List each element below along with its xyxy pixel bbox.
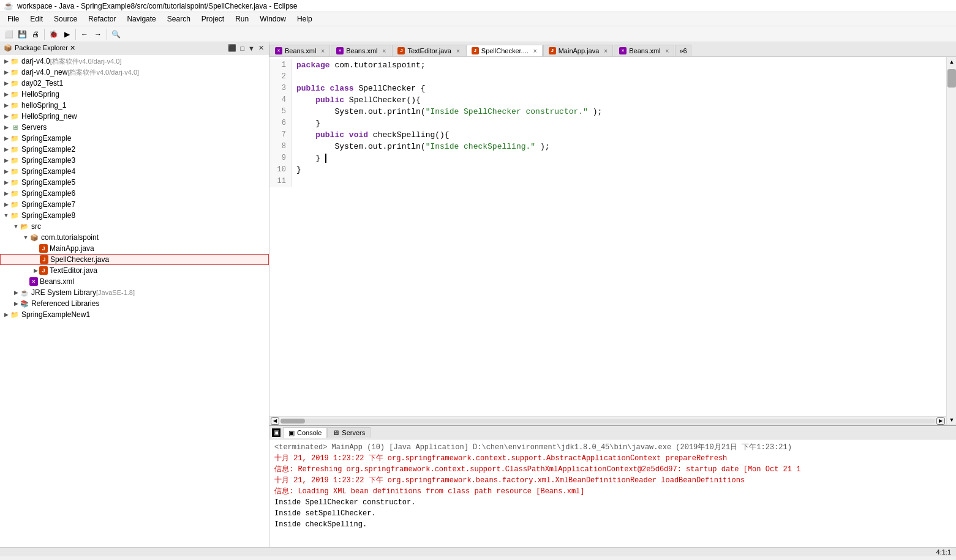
tree-arrow-src[interactable]: ▼: [12, 223, 20, 230]
vscroll-up-btn[interactable]: ▲: [947, 57, 956, 67]
tree-item-darj-v4[interactable]: ▶📁darj-v4.0 [档案软件v4.0/darj-v4.0]: [0, 56, 269, 67]
editor-tab-mainapp[interactable]: JMainApp.java×: [543, 45, 614, 56]
editor-tab-overflow[interactable]: »6: [675, 45, 691, 56]
editor-vscroll[interactable]: ▲ ▼: [946, 57, 956, 425]
tree-item-hellospring1[interactable]: ▶📁helloSpring_1: [0, 100, 269, 111]
line-content-8[interactable]: System.out.println("Inside checkSpelling…: [292, 141, 946, 152]
editor-tab-texteditor[interactable]: JTextEditor.java×: [392, 45, 465, 56]
tab-close-texteditor[interactable]: ×: [456, 48, 460, 54]
line-content-5[interactable]: System.out.println("Inside SpellChecker …: [292, 106, 946, 118]
tree-arrow-servers[interactable]: ▶: [2, 124, 10, 130]
menu-item-refactor[interactable]: Refactor: [83, 13, 121, 24]
tab-close-beans1[interactable]: ×: [321, 48, 325, 54]
tree-arrow-springexample8[interactable]: ▼: [2, 212, 10, 218]
line-content-3[interactable]: public class SpellChecker {: [292, 83, 946, 94]
vscroll-down-btn[interactable]: ▼: [947, 415, 956, 425]
close-view-btn[interactable]: ✕: [257, 44, 265, 52]
editor-hscroll[interactable]: ◀ ▶: [269, 416, 946, 425]
console-content[interactable]: <terminated> MainApp (10) [Java Applicat…: [269, 439, 956, 547]
toolbar-btn-print[interactable]: 🖨: [29, 28, 42, 40]
editor-tab-beans1[interactable]: ×Beans.xml×: [269, 45, 330, 56]
toolbar-btn-new[interactable]: ⬜: [2, 28, 15, 40]
editor-tab-spellchecker[interactable]: JSpellChecker....×: [466, 45, 543, 56]
tree-item-hellospring[interactable]: ▶📁HelloSpring: [0, 89, 269, 100]
code-editor[interactable]: 1package com.tutorialspoint;23public cla…: [269, 57, 946, 416]
hscroll-track[interactable]: [280, 419, 935, 424]
tree-item-springexamplenew1[interactable]: ▶📁SpringExampleNew1: [0, 309, 269, 320]
toolbar-btn-run[interactable]: ▶: [61, 28, 73, 40]
tree-item-reflibs[interactable]: ▶📚Referenced Libraries: [0, 298, 269, 309]
maximize-view-btn[interactable]: □: [239, 44, 246, 52]
menu-item-search[interactable]: Search: [162, 13, 195, 24]
minimize-view-btn[interactable]: ⬛: [227, 44, 238, 52]
tab-close-mainapp[interactable]: ×: [604, 48, 608, 54]
tree-arrow-jre[interactable]: ▶: [12, 289, 20, 296]
tree-item-springexample4[interactable]: ▶📁SpringExample4: [0, 166, 269, 177]
tree-arrow-hellospring[interactable]: ▶: [2, 91, 10, 97]
tree-arrow-texteditor[interactable]: ▶: [32, 267, 39, 274]
tree-item-day02[interactable]: ▶📁day02_Test1: [0, 78, 269, 89]
tree-arrow-springexample2[interactable]: ▶: [2, 146, 10, 152]
tree-item-springexample8[interactable]: ▼📁SpringExample8: [0, 210, 269, 221]
tree-item-springexample5[interactable]: ▶📁SpringExample5: [0, 177, 269, 188]
tree-arrow-springexample4[interactable]: ▶: [2, 168, 10, 174]
tree-arrow-darj-v4-new[interactable]: ▶: [2, 69, 10, 75]
tree-container[interactable]: ▶📁darj-v4.0 [档案软件v4.0/darj-v4.0]▶📁darj-v…: [0, 54, 269, 547]
menu-item-project[interactable]: Project: [197, 13, 229, 24]
tree-arrow-springexamplenew1[interactable]: ▶: [2, 312, 10, 318]
tree-arrow-comtutorialspoint[interactable]: ▼: [22, 234, 29, 241]
toolbar-btn-search[interactable]: 🔍: [110, 28, 122, 40]
menu-item-file[interactable]: File: [2, 13, 24, 24]
tree-item-texteditor[interactable]: ▶JTextEditor.java: [0, 265, 269, 276]
hscroll-thumb[interactable]: [280, 419, 305, 424]
tree-item-springexample3[interactable]: ▶📁SpringExample3: [0, 155, 269, 166]
menu-item-source[interactable]: Source: [49, 13, 82, 24]
tree-arrow-springexample6[interactable]: ▶: [2, 190, 10, 196]
menu-item-run[interactable]: Run: [230, 13, 254, 24]
tree-item-springexample7[interactable]: ▶📁SpringExample7: [0, 199, 269, 210]
tab-close-beans3[interactable]: ×: [666, 48, 669, 54]
console-tab-console[interactable]: ▣ Console: [283, 427, 327, 438]
hscroll-left-btn[interactable]: ◀: [271, 417, 279, 425]
tree-arrow-reflibs[interactable]: ▶: [12, 301, 20, 307]
tab-close-beans2[interactable]: ×: [383, 48, 386, 54]
tree-arrow-springexample7[interactable]: ▶: [2, 201, 10, 207]
vscroll-track[interactable]: [947, 67, 956, 415]
menu-item-window[interactable]: Window: [255, 13, 291, 24]
tree-item-servers[interactable]: ▶🖥Servers: [0, 122, 269, 133]
hscroll-right-btn[interactable]: ▶: [936, 417, 945, 425]
tree-item-springexample2[interactable]: ▶📁SpringExample2: [0, 144, 269, 155]
line-content-10[interactable]: }: [292, 164, 946, 176]
tree-item-hellospring-new[interactable]: ▶📁HelloSpring_new: [0, 111, 269, 122]
menu-item-edit[interactable]: Edit: [25, 13, 48, 24]
tree-item-springexample6[interactable]: ▶📁SpringExample6: [0, 188, 269, 199]
console-tab-servers[interactable]: 🖥 Servers: [327, 427, 371, 438]
tree-arrow-hellospring-new[interactable]: ▶: [2, 113, 10, 119]
tree-item-src[interactable]: ▼📂src: [0, 221, 269, 232]
toolbar-btn-debug[interactable]: 🐞: [47, 28, 59, 40]
editor-tab-beans3[interactable]: ×Beans.xml×: [614, 45, 674, 56]
toolbar-btn-back[interactable]: ←: [78, 28, 91, 40]
line-content-7[interactable]: public void checkSpelling(){: [292, 129, 946, 141]
line-content-1[interactable]: package com.tutorialspoint;: [292, 59, 946, 71]
tab-close-spellchecker[interactable]: ×: [533, 48, 537, 54]
tree-arrow-springexample3[interactable]: ▶: [2, 157, 10, 163]
toolbar-btn-forward[interactable]: →: [92, 28, 104, 40]
tree-item-mainapp[interactable]: JMainApp.java: [0, 243, 269, 254]
tree-item-springexample[interactable]: ▶📁SpringExample: [0, 133, 269, 144]
vscroll-thumb[interactable]: [947, 69, 956, 88]
tree-item-spellchecker[interactable]: JSpellChecker.java: [0, 254, 269, 265]
tree-item-comtutorialspoint[interactable]: ▼📦com.tutorialspoint: [0, 232, 269, 243]
line-content-6[interactable]: }: [292, 118, 946, 129]
line-content-4[interactable]: public SpellChecker(){: [292, 94, 946, 106]
menu-item-help[interactable]: Help: [292, 13, 317, 24]
tree-item-darj-v4-new[interactable]: ▶📁darj-v4.0_new [档案软件v4.0/darj-v4.0]: [0, 67, 269, 78]
editor-tab-beans2[interactable]: ×Beans.xml×: [331, 45, 391, 56]
line-content-9[interactable]: }: [292, 152, 946, 164]
view-menu-btn[interactable]: ▼: [247, 44, 256, 52]
tree-item-beansxml[interactable]: ×Beans.xml: [0, 276, 269, 287]
tree-arrow-day02[interactable]: ▶: [2, 80, 10, 86]
tree-item-jre[interactable]: ▶☕JRE System Library [JavaSE-1.8]: [0, 287, 269, 298]
tree-arrow-darj-v4[interactable]: ▶: [2, 58, 10, 64]
toolbar-btn-save[interactable]: 💾: [16, 28, 28, 40]
